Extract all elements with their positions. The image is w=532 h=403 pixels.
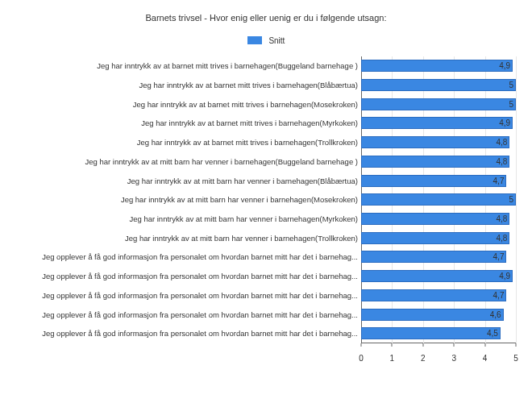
tick-mark	[361, 343, 362, 347]
category-label: Jeg opplever å få god informasjon fra pe…	[8, 272, 361, 280]
bar-row: Jeg opplever å få god informasjon fra pe…	[8, 324, 516, 343]
bar-value-label: 4,6	[490, 310, 501, 320]
legend-swatch	[247, 36, 262, 44]
tick-label: 3	[451, 354, 456, 363]
bar-value-label: 5	[509, 80, 513, 90]
tick-mark	[422, 343, 423, 347]
bar-value-label: 4,5	[487, 328, 498, 339]
bar-row: Jeg har inntrykk av at barnet mitt trive…	[8, 114, 516, 133]
bar-row: Jeg har inntrykk av at mitt barn har ven…	[8, 210, 516, 229]
tick-mark	[516, 343, 517, 347]
bar-row: Jeg har inntrykk av at barnet mitt trive…	[8, 56, 516, 76]
bar-value-label: 4,8	[496, 214, 507, 224]
bar-row: Jeg har inntrykk av at mitt barn har ven…	[8, 152, 516, 171]
bar-value-label: 4,7	[493, 176, 505, 186]
bar-row: Jeg har inntrykk av at mitt barn har ven…	[8, 171, 516, 190]
bar-area: 4,7	[361, 171, 516, 190]
bar-value-label: 4,9	[499, 271, 510, 281]
bar-row: Jeg har inntrykk av at mitt barn har ven…	[8, 190, 516, 210]
category-label: Jeg har inntrykk av at barnet mitt trive…	[8, 118, 361, 127]
bar: 5	[361, 193, 516, 206]
bar-value-label: 4,8	[496, 156, 507, 167]
tick-label: 0	[359, 354, 364, 363]
category-label: Jeg har inntrykk av at mitt barn har ven…	[8, 195, 361, 204]
bar-value-label: 4,8	[496, 233, 507, 243]
bar: 4,9	[361, 270, 513, 282]
tick-label: 5	[513, 354, 518, 363]
plot-area: 012345 Jeg har inntrykk av at barnet mit…	[8, 56, 516, 363]
bar-row: Jeg har inntrykk av at barnet mitt trive…	[8, 94, 516, 114]
category-label: Jeg har inntrykk av at mitt barn har ven…	[8, 214, 361, 223]
bar-area: 4,7	[361, 285, 516, 305]
bar-area: 4,9	[361, 56, 516, 76]
bar: 4,8	[361, 136, 509, 148]
bar-area: 4,8	[361, 210, 516, 229]
bar: 4,8	[361, 232, 509, 244]
bar: 5	[361, 98, 516, 110]
bar-area: 4,8	[361, 133, 516, 152]
legend-label: Snitt	[268, 36, 285, 45]
category-label: Jeg opplever å få god informasjon fra pe…	[8, 329, 361, 338]
bar-value-label: 5	[509, 99, 513, 110]
category-label: Jeg har inntrykk av at barnet mitt trive…	[8, 138, 361, 147]
bar: 4,8	[361, 156, 509, 168]
tick-mark	[484, 343, 485, 347]
bar-row: Jeg opplever å få god informasjon fra pe…	[8, 247, 516, 267]
bar-row: Jeg har inntrykk av at barnet mitt trive…	[8, 76, 516, 95]
bar-area: 4,8	[361, 228, 516, 247]
category-label: Jeg har inntrykk av at mitt barn har ven…	[8, 234, 361, 243]
bar: 4,8	[361, 213, 509, 225]
bar-row: Jeg opplever å få god informasjon fra pe…	[8, 305, 516, 324]
tick-mark	[392, 343, 393, 347]
bar-area: 5	[361, 94, 516, 114]
bar-row: Jeg har inntrykk av at mitt barn har ven…	[8, 228, 516, 247]
bar-area: 4,7	[361, 247, 516, 267]
bar-area: 4,5	[361, 324, 516, 343]
bar-area: 4,9	[361, 267, 516, 286]
category-label: Jeg har inntrykk av at barnet mitt trive…	[8, 81, 361, 89]
tick-label: 2	[421, 354, 426, 363]
bar: 4,9	[361, 117, 513, 129]
bar-area: 5	[361, 76, 516, 95]
category-label: Jeg har inntrykk av at barnet mitt trive…	[8, 100, 361, 109]
category-label: Jeg opplever å få god informasjon fra pe…	[8, 252, 361, 261]
bar-row: Jeg opplever å få god informasjon fra pe…	[8, 267, 516, 286]
tick-label: 1	[390, 354, 395, 363]
bar: 4,7	[361, 251, 506, 263]
tick-mark	[454, 343, 455, 347]
bar-rows: Jeg har inntrykk av at barnet mitt trive…	[8, 56, 516, 343]
grid-line	[516, 56, 517, 343]
category-label: Jeg har inntrykk av at mitt barn har ven…	[8, 157, 361, 166]
category-label: Jeg har inntrykk av at mitt barn har ven…	[8, 177, 361, 185]
bar-row: Jeg opplever å få god informasjon fra pe…	[8, 285, 516, 305]
bar-area: 4,6	[361, 305, 516, 324]
bar: 4,7	[361, 175, 506, 187]
bar-area: 4,8	[361, 152, 516, 171]
bar-value-label: 4,9	[499, 60, 510, 71]
chart-container: Barnets trivsel - Hvor enig eller uenig …	[0, 0, 532, 403]
bar-value-label: 4,7	[493, 251, 505, 262]
bar-value-label: 4,7	[493, 290, 505, 301]
bar-area: 5	[361, 190, 516, 210]
bar: 4,6	[361, 309, 504, 321]
bar: 4,9	[361, 60, 513, 72]
bar-value-label: 5	[509, 194, 513, 205]
category-label: Jeg opplever å få god informasjon fra pe…	[8, 310, 361, 319]
tick-label: 4	[483, 354, 488, 363]
chart-title: Barnets trivsel - Hvor enig eller uenig …	[0, 13, 532, 23]
bar-value-label: 4,9	[499, 118, 510, 128]
category-label: Jeg opplever å få god informasjon fra pe…	[8, 291, 361, 300]
category-label: Jeg har inntrykk av at barnet mitt trive…	[8, 61, 361, 70]
bar-area: 4,9	[361, 114, 516, 133]
bar: 5	[361, 79, 516, 91]
bar: 4,5	[361, 327, 501, 339]
bar-value-label: 4,8	[496, 137, 507, 147]
bar-row: Jeg har inntrykk av at barnet mitt trive…	[8, 133, 516, 152]
legend: Snitt	[0, 35, 532, 45]
bar: 4,7	[361, 289, 506, 301]
